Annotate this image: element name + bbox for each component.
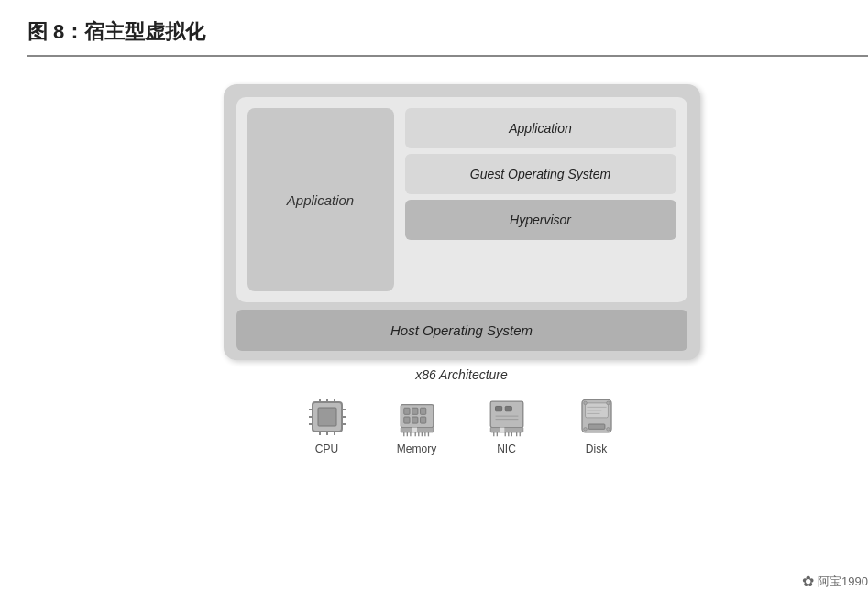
hw-item-cpu: CPU [305,395,349,455]
svg-rect-16 [412,408,417,414]
svg-point-51 [583,401,587,405]
svg-rect-32 [495,406,501,410]
cpu-label: CPU [315,442,338,455]
stack-block-application: Application [405,108,676,148]
left-application-block: Application [247,108,394,291]
svg-rect-15 [403,408,409,414]
stack-block-hypervisor: Hypervisor [405,200,676,240]
watermark: ✿ 阿宝1990 [802,573,868,590]
disk-icon [575,395,619,439]
page-title: 图 8：宿主型虚拟化 [27,20,205,43]
svg-rect-22 [412,428,416,432]
page-wrapper: 图 8：宿主型虚拟化 Application Application Guest… [27,18,868,590]
cpu-icon [305,395,349,439]
diagram-container: Application Application Guest Operating … [27,84,868,455]
svg-rect-20 [420,417,425,423]
x86-label: x86 Architecture [415,367,508,382]
hw-item-nic: NIC [485,395,529,455]
svg-point-52 [606,401,610,405]
svg-rect-19 [412,417,417,423]
title-section: 图 8：宿主型虚拟化 [27,18,868,57]
hw-item-memory: Memory [395,395,439,455]
memory-label: Memory [397,442,436,455]
right-stack: Application Guest Operating System Hyper… [405,108,676,291]
stack-block-guest-os: Guest Operating System [405,154,676,194]
nic-label: NIC [497,442,516,455]
svg-rect-31 [490,401,523,427]
svg-rect-17 [420,408,425,414]
disk-label: Disk [586,442,607,455]
svg-rect-37 [500,428,503,432]
svg-rect-36 [490,428,523,432]
watermark-text: 阿宝1990 [818,574,868,590]
watermark-icon: ✿ [802,573,814,590]
svg-point-53 [583,428,587,432]
svg-rect-50 [588,424,605,429]
hw-item-disk: Disk [575,395,619,455]
memory-icon [395,395,439,439]
outer-box: Application Application Guest Operating … [224,84,700,360]
svg-rect-18 [403,417,409,423]
left-app-label: Application [287,192,354,208]
inner-area: Application Application Guest Operating … [236,97,687,302]
nic-icon [485,395,529,439]
svg-rect-33 [505,406,511,410]
host-os-bar: Host Operating System [236,310,687,351]
svg-rect-1 [318,408,336,426]
svg-point-54 [606,428,610,432]
hardware-row: CPU [305,395,619,455]
